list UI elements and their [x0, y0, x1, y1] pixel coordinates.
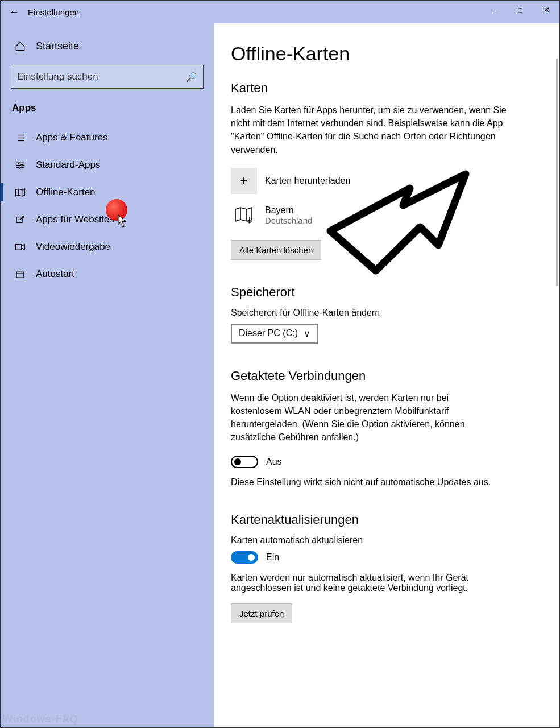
map-item-bayern[interactable]: Bayern Deutschland [231, 205, 537, 225]
metered-note: Diese Einstellung wirkt sich nicht auf a… [231, 477, 515, 487]
plus-icon: + [231, 168, 257, 194]
titlebar: ← Einstellungen [1, 1, 559, 23]
auto-update-toggle[interactable] [231, 551, 258, 564]
sidebar: Startseite 🔍 Apps Apps & Features Standa… [1, 23, 214, 727]
autostart-icon [14, 270, 26, 279]
chevron-down-icon: ∨ [304, 328, 310, 339]
map-name: Bayern [265, 205, 312, 216]
auto-update-toggle-state: Ein [266, 552, 279, 562]
nav-video-playback[interactable]: Videowiedergabe [1, 233, 214, 260]
close-button[interactable]: ✕ [533, 1, 559, 19]
home-link[interactable]: Startseite [1, 35, 214, 58]
nav-item-label: Offline-Karten [36, 187, 96, 198]
nav-item-label: Apps für Websites [36, 214, 114, 225]
nav-offline-maps[interactable]: Offline-Karten [1, 179, 214, 206]
nav-standard-apps[interactable]: Standard-Apps [1, 151, 214, 179]
home-icon [14, 41, 26, 52]
svg-rect-17 [16, 272, 24, 278]
nav-item-label: Standard-Apps [36, 159, 100, 171]
search-input[interactable] [17, 71, 186, 82]
back-button[interactable]: ← [1, 6, 28, 18]
check-now-button[interactable]: Jetzt prüfen [231, 603, 292, 623]
nav-item-label: Videowiedergabe [36, 241, 110, 253]
nav-item-label: Apps & Features [36, 132, 108, 143]
metered-toggle-state: Aus [266, 457, 282, 467]
download-maps-label: Karten herunterladen [265, 176, 350, 186]
watermark: Windows-FAQ [3, 713, 78, 725]
video-icon [14, 243, 26, 251]
nav-group-title: Apps [1, 99, 214, 124]
main-content: Offline-Karten Karten Laden Sie Karten f… [214, 23, 559, 727]
storage-select[interactable]: Dieser PC (C:) ∨ [231, 324, 318, 344]
window-title: Einstellungen [28, 7, 79, 17]
metered-description: Wenn die Option deaktiviert ist, werden … [231, 391, 475, 444]
window-controls: − □ ✕ [481, 1, 559, 19]
karten-description: Laden Sie Karten für Apps herunter, um s… [231, 104, 521, 156]
storage-label: Speicherort für Offline-Karten ändern [231, 308, 537, 318]
maximize-button[interactable]: □ [507, 1, 533, 19]
section-title-metered: Getaktete Verbindungen [231, 369, 537, 383]
section-title-karten: Karten [231, 81, 537, 96]
search-box[interactable]: 🔍 [11, 65, 204, 89]
map-icon [14, 188, 26, 197]
search-icon: 🔍 [186, 72, 197, 82]
updates-label: Karten automatisch aktualisieren [231, 535, 537, 545]
map-country: Deutschland [265, 216, 312, 225]
storage-value: Dieser PC (C:) [239, 328, 298, 338]
section-title-storage: Speicherort [231, 285, 537, 300]
defaults-icon [14, 160, 26, 170]
updates-note: Karten werden nur automatisch aktualisie… [231, 573, 515, 593]
delete-all-maps-button[interactable]: Alle Karten löschen [231, 240, 321, 260]
map-download-icon [231, 206, 257, 224]
svg-point-11 [18, 167, 20, 168]
nav-item-label: Autostart [36, 268, 74, 280]
svg-rect-16 [15, 244, 21, 250]
page-title: Offline-Karten [231, 43, 537, 65]
svg-point-10 [20, 164, 22, 166]
cursor-icon [117, 214, 128, 229]
download-maps-button[interactable]: + Karten herunterladen [231, 168, 537, 194]
open-with-icon [14, 215, 26, 225]
nav-autostart[interactable]: Autostart [1, 260, 214, 288]
section-title-updates: Kartenaktualisierungen [231, 512, 537, 527]
svg-rect-14 [16, 217, 22, 222]
list-icon [14, 133, 26, 143]
nav-apps-features[interactable]: Apps & Features [1, 124, 214, 151]
scrollbar[interactable] [556, 59, 558, 286]
metered-toggle[interactable] [231, 456, 258, 468]
minimize-button[interactable]: − [481, 1, 507, 19]
home-label: Startseite [36, 40, 79, 52]
svg-point-9 [18, 162, 19, 163]
